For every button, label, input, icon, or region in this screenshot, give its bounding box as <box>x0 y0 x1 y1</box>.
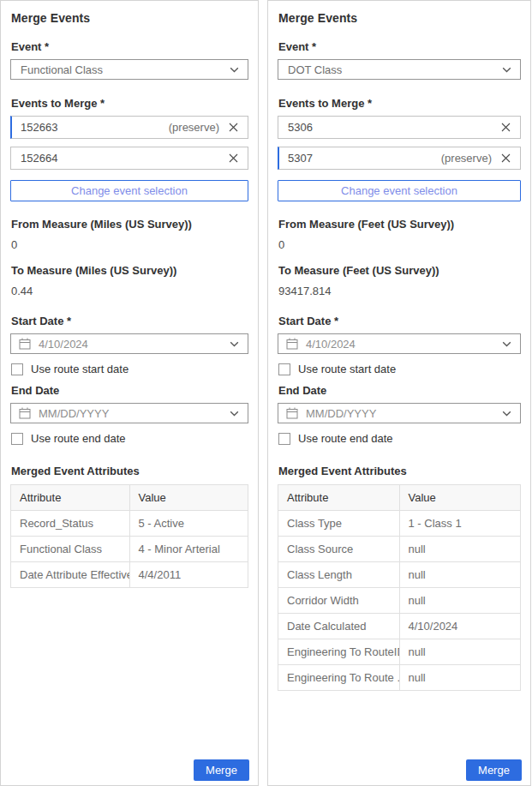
event-id: 5306 <box>288 121 313 134</box>
merged-attributes-table: Attribute Value Record_Status 5 - Active… <box>10 484 248 588</box>
from-measure-value: 0 <box>11 238 248 251</box>
table-header-row: Attribute Value <box>278 485 521 511</box>
remove-event-icon[interactable] <box>499 152 512 165</box>
merged-attributes-table: Attribute Value Class Type 1 - Class 1 C… <box>278 484 521 691</box>
attribute-cell: Engineering To RouteID <box>278 639 400 665</box>
end-date-picker[interactable]: MM/DD/YYYY <box>278 403 521 423</box>
value-cell: null <box>399 665 521 691</box>
use-route-end-date-label: Use route end date <box>298 432 393 445</box>
event-id: 5307 <box>288 152 313 165</box>
checkbox-icon[interactable] <box>11 363 23 375</box>
events-to-merge-label: Events to Merge * <box>278 97 521 110</box>
attribute-cell: Corridor Width <box>278 588 400 614</box>
end-date-picker[interactable]: MM/DD/YYYY <box>10 403 248 423</box>
use-route-end-date-label: Use route end date <box>31 432 126 445</box>
calendar-icon <box>19 338 31 350</box>
remove-event-icon[interactable] <box>226 152 240 165</box>
table-row: Record_Status 5 - Active <box>11 511 248 537</box>
event-to-merge-item[interactable]: 152663 (preserve) <box>10 116 248 139</box>
event-to-merge-item[interactable]: 5307 (preserve) <box>278 147 521 170</box>
change-event-selection-button[interactable]: Change event selection <box>10 180 248 201</box>
checkbox-icon[interactable] <box>278 363 290 375</box>
page-title: Merge Events <box>11 11 248 25</box>
table-row: Class Length null <box>278 562 521 588</box>
event-id: 152664 <box>21 152 57 165</box>
chevron-down-icon <box>230 67 239 73</box>
end-date-placeholder: MM/DD/YYYY <box>39 407 109 420</box>
attribute-column-header: Attribute <box>11 485 130 511</box>
merge-button[interactable]: Merge <box>194 759 249 781</box>
attribute-cell: Engineering To Route ... <box>278 665 400 691</box>
chevron-down-icon <box>230 341 239 347</box>
value-cell: 5 - Active <box>129 511 248 537</box>
start-date-picker[interactable]: 4/10/2024 <box>278 333 521 354</box>
event-to-merge-item[interactable]: 5306 <box>278 116 521 139</box>
event-label: Event * <box>278 40 521 53</box>
attribute-cell: Record_Status <box>11 511 130 537</box>
value-cell: 4/4/2011 <box>129 562 248 588</box>
merged-event-attributes-label: Merged Event Attributes <box>11 465 248 477</box>
attribute-cell: Class Source <box>278 537 400 562</box>
table-row: Functional Class 4 - Minor Arterial <box>11 537 248 562</box>
table-row: Corridor Width null <box>278 588 521 614</box>
from-measure-label: From Measure (Miles (US Survey)) <box>11 218 248 231</box>
merge-button[interactable]: Merge <box>466 759 522 781</box>
table-header-row: Attribute Value <box>11 485 248 511</box>
value-column-header: Value <box>129 485 248 511</box>
chevron-down-icon <box>502 67 511 73</box>
preserve-tag: (preserve) <box>441 152 492 165</box>
use-route-end-date-row[interactable]: Use route end date <box>278 432 521 445</box>
to-measure-label: To Measure (Feet (US Survey)) <box>278 264 521 277</box>
value-column-header: Value <box>399 485 521 511</box>
remove-event-icon[interactable] <box>226 121 240 135</box>
merge-events-panel-left: Merge Events Event * Functional Class Ev… <box>0 0 259 786</box>
chevron-down-icon <box>230 411 239 417</box>
start-date-label: Start Date * <box>11 315 248 327</box>
value-cell: null <box>399 562 521 588</box>
event-select[interactable]: Functional Class <box>10 59 248 80</box>
table-row: Date Calculated 4/10/2024 <box>278 614 521 639</box>
table-row: Engineering To Route ... null <box>278 665 521 691</box>
table-row: Class Type 1 - Class 1 <box>278 511 521 537</box>
value-cell: null <box>399 639 521 665</box>
use-route-end-date-row[interactable]: Use route end date <box>11 432 248 445</box>
event-select[interactable]: DOT Class <box>278 59 521 80</box>
table-row: Engineering To RouteID null <box>278 639 521 665</box>
event-id: 152663 <box>21 121 57 134</box>
start-date-value: 4/10/2024 <box>39 338 88 351</box>
value-cell: 1 - Class 1 <box>399 511 521 537</box>
event-select-value: DOT Class <box>288 63 342 76</box>
chevron-down-icon <box>502 341 511 347</box>
attribute-cell: Date Calculated <box>278 614 400 639</box>
calendar-icon <box>286 338 298 350</box>
checkbox-icon[interactable] <box>11 433 23 445</box>
end-date-label: End Date <box>11 384 248 397</box>
attribute-cell: Functional Class <box>11 537 130 562</box>
end-date-label: End Date <box>278 384 521 397</box>
use-route-start-date-row[interactable]: Use route start date <box>278 363 521 375</box>
from-measure-label: From Measure (Feet (US Survey)) <box>278 218 521 231</box>
value-cell: 4 - Minor Arterial <box>129 537 248 562</box>
event-select-value: Functional Class <box>21 63 103 76</box>
attribute-cell: Class Length <box>278 562 400 588</box>
table-row: Date Attribute Effective 4/4/2011 <box>11 562 248 588</box>
start-date-label: Start Date * <box>278 315 521 327</box>
calendar-icon <box>286 407 298 419</box>
start-date-value: 4/10/2024 <box>306 338 356 351</box>
use-route-start-date-row[interactable]: Use route start date <box>11 363 248 375</box>
start-date-picker[interactable]: 4/10/2024 <box>10 333 248 354</box>
use-route-start-date-label: Use route start date <box>298 363 396 375</box>
calendar-icon <box>19 407 31 419</box>
event-to-merge-item[interactable]: 152664 <box>10 147 248 170</box>
merge-events-panel-right: Merge Events Event * DOT Class Events to… <box>267 0 531 786</box>
end-date-placeholder: MM/DD/YYYY <box>306 407 376 420</box>
value-cell: null <box>399 588 521 614</box>
to-measure-value: 93417.814 <box>278 285 521 297</box>
remove-event-icon[interactable] <box>499 121 512 135</box>
page-title: Merge Events <box>278 11 521 25</box>
checkbox-icon[interactable] <box>278 433 290 445</box>
preserve-tag: (preserve) <box>169 121 219 134</box>
events-to-merge-label: Events to Merge * <box>11 97 248 110</box>
merged-event-attributes-label: Merged Event Attributes <box>278 465 521 477</box>
change-event-selection-button[interactable]: Change event selection <box>278 180 521 201</box>
